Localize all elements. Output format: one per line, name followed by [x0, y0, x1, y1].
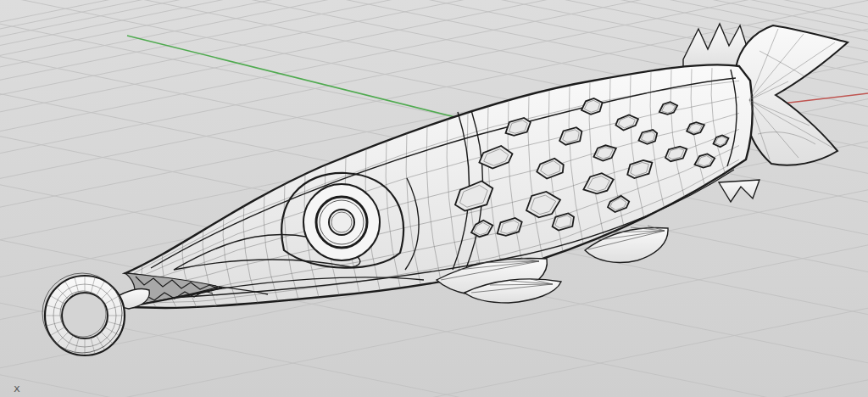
axis-gnomon-x-label: x [14, 383, 20, 394]
3d-viewport[interactable]: x [0, 0, 868, 397]
viewport-canvas [0, 0, 868, 397]
